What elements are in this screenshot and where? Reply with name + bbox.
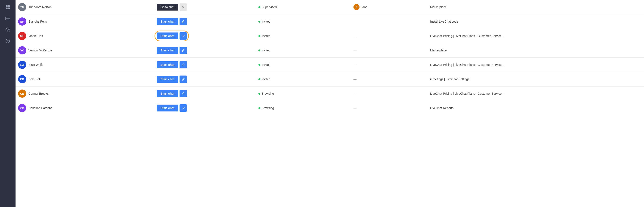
table-row: DB Dale Bell Start chat Invited —Greetin…: [16, 72, 644, 86]
status-cell: Browsing: [256, 101, 351, 115]
edit-button[interactable]: [180, 75, 187, 83]
agent-cell: —: [351, 14, 428, 29]
status-cell: Invited: [256, 29, 351, 43]
visitor-avatar: CP: [18, 104, 26, 112]
action-cell: Go to chat ✕: [154, 0, 256, 14]
svg-rect-2: [6, 7, 8, 9]
action-cell: Start chat: [154, 58, 256, 72]
status-dot: [258, 64, 260, 66]
status-label: Browsing: [262, 92, 274, 95]
edit-button[interactable]: [180, 104, 187, 112]
page-cell: Marketplace: [428, 0, 644, 14]
visitor-name: Dale Bell: [28, 77, 40, 81]
page-cell: Greetings | LiveChat Settings: [428, 72, 644, 86]
sidebar-item-help[interactable]: ?: [0, 36, 16, 47]
marketplace-icon: [5, 5, 10, 10]
table-row: MH Mattie Holt Start chat: [16, 29, 644, 43]
status-cell: Invited: [256, 14, 351, 29]
status-label: Invited: [262, 63, 270, 66]
action-cell: Start chat: [154, 72, 256, 86]
page-cell: LiveChat Pricing | LiveChat Plans - Cust…: [428, 58, 644, 72]
sidebar-item-marketplace[interactable]: [0, 2, 16, 13]
visitor-name: Vernon McKenzie: [28, 49, 52, 52]
start-chat-button[interactable]: Start chat: [157, 61, 178, 68]
status-cell: Invited: [256, 58, 351, 72]
status-label: Invited: [262, 20, 270, 23]
page-cell: Marketplace: [428, 43, 644, 58]
start-chat-button[interactable]: Start chat: [157, 76, 178, 83]
agent-name: —: [354, 77, 356, 81]
edit-button[interactable]: [180, 90, 187, 97]
table-row: TN Theodore Nelson Go to chat ✕ Supervis…: [16, 0, 644, 14]
visitor-name-cell: EW Elsie Wolfe: [16, 58, 154, 72]
page-cell: LiveChat Pricing | LiveChat Plans - Cust…: [428, 86, 644, 101]
start-chat-button[interactable]: Start chat: [157, 90, 178, 97]
go-to-chat-button[interactable]: Go to chat: [157, 4, 178, 10]
main-content: TN Theodore Nelson Go to chat ✕ Supervis…: [16, 0, 644, 207]
visitor-name-cell: BP Blanche Perry: [16, 14, 154, 29]
status-cell: Invited: [256, 43, 351, 58]
edit-button[interactable]: [180, 18, 187, 25]
visitor-avatar: CB: [18, 89, 26, 98]
action-cell: Start chat: [154, 43, 256, 58]
status-dot: [258, 6, 260, 8]
start-chat-button[interactable]: Start chat: [157, 105, 178, 111]
visitor-name: Theodore Nelson: [28, 5, 52, 9]
svg-text:?: ?: [7, 39, 8, 43]
edit-button[interactable]: [180, 47, 187, 54]
svg-rect-1: [8, 5, 10, 7]
visitor-name-cell: CP Christian Parsons: [16, 101, 154, 115]
status-dot: [258, 78, 260, 80]
status-dot: [258, 107, 260, 109]
action-cell: Start chat: [154, 14, 256, 29]
visitor-avatar: VC: [18, 46, 26, 54]
svg-point-6: [7, 29, 8, 30]
visitor-name-cell: CB Connor Brooks: [16, 86, 154, 101]
table-row: BP Blanche Perry Start chat Invited —Ins…: [16, 14, 644, 29]
visitor-avatar: MH: [18, 32, 26, 40]
status-label: Browsing: [262, 106, 274, 110]
visitor-name: Connor Brooks: [28, 92, 48, 95]
page-cell: LiveChat Reports: [428, 101, 644, 115]
status-label: Supervised: [262, 5, 277, 9]
visitor-name-cell: TN Theodore Nelson: [16, 0, 154, 14]
table-row: CB Connor Brooks Start chat Browsing —Li…: [16, 86, 644, 101]
status-label: Invited: [262, 77, 270, 81]
status-label: Invited: [262, 34, 270, 38]
agent-name: Jane: [361, 5, 367, 9]
close-button[interactable]: ✕: [180, 3, 187, 11]
table-row: EW Elsie Wolfe Start chat Invited —LiveC…: [16, 58, 644, 72]
visitor-name-cell: VC Vernon McKenzie: [16, 43, 154, 58]
table-row: CP Christian Parsons Start chat Browsing…: [16, 101, 644, 115]
agent-name: —: [354, 20, 356, 23]
action-cell: Start chat: [154, 86, 256, 101]
agent-name: —: [354, 49, 356, 52]
visitor-name-cell: MH Mattie Holt: [16, 29, 154, 43]
sidebar-item-settings[interactable]: [0, 24, 16, 36]
visitor-avatar: DB: [18, 75, 26, 83]
status-dot: [258, 21, 260, 22]
start-chat-button[interactable]: Start chat: [157, 32, 178, 39]
agent-cell: —: [351, 29, 428, 43]
svg-rect-3: [8, 7, 10, 9]
visitor-name: Elsie Wolfe: [28, 63, 44, 66]
start-chat-button[interactable]: Start chat: [157, 18, 178, 25]
sidebar-item-billing[interactable]: [0, 13, 16, 24]
visitor-name: Blanche Perry: [28, 20, 48, 23]
billing-icon: [5, 16, 10, 21]
visitor-name: Mattie Holt: [28, 34, 43, 38]
edit-button[interactable]: [180, 32, 187, 40]
start-chat-button[interactable]: Start chat: [157, 47, 178, 54]
status-dot: [258, 35, 260, 37]
visitor-avatar: BP: [18, 17, 26, 26]
action-cell: Start chat: [154, 29, 256, 43]
agent-cell: —: [351, 43, 428, 58]
agent-name: —: [354, 106, 356, 110]
visitor-name: Christian Parsons: [28, 106, 52, 110]
agent-cell: —: [351, 72, 428, 86]
status-cell: Browsing: [256, 86, 351, 101]
status-cell: Supervised: [256, 0, 351, 14]
agent-cell: —: [351, 86, 428, 101]
settings-icon: [5, 27, 10, 32]
edit-button[interactable]: [180, 61, 187, 68]
